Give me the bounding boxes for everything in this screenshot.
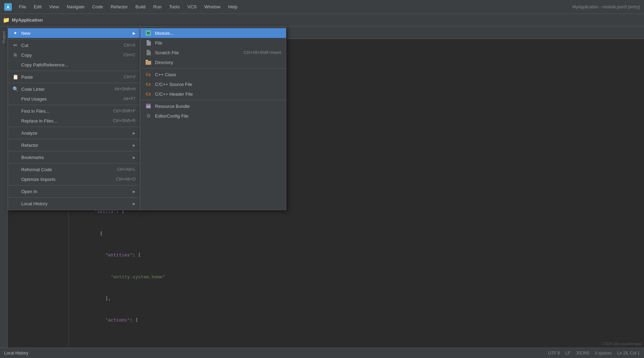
menu-edit[interactable]: Edit [30, 3, 45, 11]
ctx-menu-analyze[interactable]: Analyze ▶ [8, 128, 140, 138]
ctx-menu-copy[interactable]: ⎘ Copy Ctrl+C [8, 50, 140, 60]
watermark: CSDN @youyoufenglai [602, 342, 641, 346]
svg-text:M: M [147, 31, 150, 35]
submenu-directory-label: Directory [155, 60, 281, 65]
title-bar: A File Edit View Navigate Code Refactor … [0, 0, 644, 14]
ctx-menu-findinfiles[interactable]: Find in Files... Ctrl+Shift+F [8, 106, 140, 116]
status-filetype[interactable]: JSON5 [576, 351, 590, 356]
project-header-bar: 📁 MyApplication [0, 14, 644, 26]
submenu-editorconfig[interactable]: ⚙ EditorConfig File [140, 111, 286, 121]
directory-icon [145, 59, 152, 65]
submenu-directory[interactable]: Directory [140, 57, 286, 67]
openin-arrow: ▶ [133, 190, 135, 193]
status-bar: Local History UTF-8 LF JSON5 4 spaces Ln… [0, 348, 644, 358]
menu-vcs[interactable]: VCS [184, 3, 200, 11]
new-submenu-arrow: ▶ [133, 31, 135, 35]
separator-10 [8, 197, 140, 198]
submenu-file[interactable]: File [140, 38, 286, 48]
ctx-menu-refactor[interactable]: Refactor ▶ [8, 140, 140, 150]
ctx-findusages-shortcut: Alt+F7 [123, 96, 135, 101]
status-local-history[interactable]: Local History [4, 351, 28, 356]
menu-window[interactable]: Window [201, 3, 224, 11]
submenu-cpp-source[interactable]: C± C/C++ Source File [140, 79, 286, 89]
menu-run[interactable]: Run [150, 3, 165, 11]
ctx-copypath-label: Copy Path/Reference... [21, 62, 135, 67]
editorconfig-icon: ⚙ [145, 113, 152, 119]
side-toolbar: Project [0, 26, 8, 348]
ctx-replaceinfiles-shortcut: Ctrl+Shift+R [113, 118, 135, 123]
svg-text:RB: RB [146, 105, 150, 108]
separator-3 [8, 83, 140, 83]
separator-5 [8, 127, 140, 127]
status-cursor-position: Ln 28, Col 1 [617, 351, 640, 356]
ctx-menu-openin[interactable]: Open In ▶ [8, 186, 140, 196]
new-submenu: M Module... File Scratch Fil [140, 26, 286, 210]
ctx-localhistory-label: Local History [21, 201, 130, 206]
ctx-menu-localhistory[interactable]: Local History ▶ [8, 199, 140, 208]
ctx-menu-bookmarks[interactable]: Bookmarks ▶ [8, 152, 140, 162]
menu-refactor[interactable]: Refactor [107, 3, 131, 11]
ctx-linter-shortcut: Alt+Shift+H [114, 87, 135, 92]
ctx-menu-copypath[interactable]: Copy Path/Reference... [8, 60, 140, 70]
cpp-source-icon: C± [145, 81, 152, 87]
ctx-menu-replaceinfiles[interactable]: Replace in Files... Ctrl+Shift+R [8, 116, 140, 126]
reformat-icon [12, 166, 18, 173]
ctx-menu-linter[interactable]: 🔍 Code Linter Alt+Shift+H [8, 84, 140, 94]
submenu-cpp-source-label: C/C++ Source File [155, 82, 281, 87]
ctx-paste-shortcut: Ctrl+V [124, 74, 135, 79]
ctx-menu-cut[interactable]: ✂ Cut Ctrl+X [8, 40, 140, 50]
submenu-scratchfile[interactable]: Scratch File Ctrl+Alt+Shift+Insert [140, 48, 286, 57]
replaceinfiles-icon [12, 118, 18, 124]
ctx-openin-label: Open In [21, 189, 130, 194]
submenu-resource[interactable]: RB Resource Bundle [140, 101, 286, 111]
status-encoding[interactable]: UTF-8 [548, 351, 560, 356]
menu-view[interactable]: View [46, 3, 62, 11]
ctx-findusages-label: Find Usages [21, 96, 123, 102]
context-menu-overlay: ✦ New ▶ ✂ Cut Ctrl+X ⎘ Copy Ctrl+C Copy … [8, 26, 286, 210]
ctx-menu-reformat[interactable]: Reformat Code Ctrl+Alt+L [8, 165, 140, 174]
submenu-separator-1 [140, 68, 286, 69]
ctx-reformat-shortcut: Ctrl+Alt+L [117, 167, 135, 172]
ctx-menu-new[interactable]: ✦ New ▶ [8, 28, 140, 38]
ctx-findinfiles-shortcut: Ctrl+Shift+F [113, 109, 135, 113]
paste-icon: 📋 [12, 74, 18, 80]
ctx-paste-label: Paste [21, 74, 124, 80]
menu-navigate[interactable]: Navigate [63, 3, 88, 11]
linter-icon: 🔍 [12, 86, 18, 92]
copy-icon: ⎘ [12, 52, 18, 58]
status-line-endings[interactable]: LF [566, 351, 571, 356]
submenu-module[interactable]: M Module... [140, 28, 286, 38]
cpp-header-icon: C± [145, 91, 152, 97]
project-name: MyApplication [12, 17, 43, 23]
submenu-file-label: File [155, 40, 281, 46]
submenu-cpp-class[interactable]: C± C++ Class [140, 70, 286, 79]
menu-code[interactable]: Code [89, 3, 107, 11]
ctx-analyze-label: Analyze [21, 130, 130, 136]
project-folder-icon: 📁 [3, 17, 10, 23]
findinfiles-icon [12, 108, 18, 114]
ctx-copy-label: Copy [21, 53, 124, 58]
svg-text:A: A [6, 5, 10, 10]
menu-help[interactable]: Help [225, 3, 241, 11]
status-indent[interactable]: 4 spaces [595, 351, 612, 356]
analyze-arrow: ▶ [133, 131, 135, 135]
ctx-cut-label: Cut [21, 43, 124, 48]
optimize-icon [12, 176, 18, 182]
submenu-cpp-header[interactable]: C± C/C++ Header File [140, 89, 286, 99]
menu-tools[interactable]: Tools [166, 3, 183, 11]
ctx-menu-findusages[interactable]: Find Usages Alt+F7 [8, 94, 140, 104]
menu-build[interactable]: Build [132, 3, 149, 11]
ctx-optimize-shortcut: Ctrl+Alt+O [116, 177, 135, 182]
sidebar-project-label[interactable]: Project [1, 29, 7, 45]
menu-file[interactable]: File [15, 3, 30, 11]
module-icon: M [145, 30, 152, 36]
ctx-optimize-label: Optimize Imports [21, 177, 116, 182]
ctx-replaceinfiles-label: Replace in Files... [21, 118, 113, 124]
ctx-menu-optimize[interactable]: Optimize Imports Ctrl+Alt+O [8, 174, 140, 184]
submenu-scratchfile-shortcut: Ctrl+Alt+Shift+Insert [243, 50, 281, 55]
submenu-resource-label: Resource Bundle [155, 104, 281, 109]
separator-2 [8, 71, 140, 71]
cpp-class-icon: C± [145, 71, 152, 78]
ctx-menu-paste[interactable]: 📋 Paste Ctrl+V [8, 72, 140, 82]
ctx-copy-shortcut: Ctrl+C [124, 53, 135, 57]
